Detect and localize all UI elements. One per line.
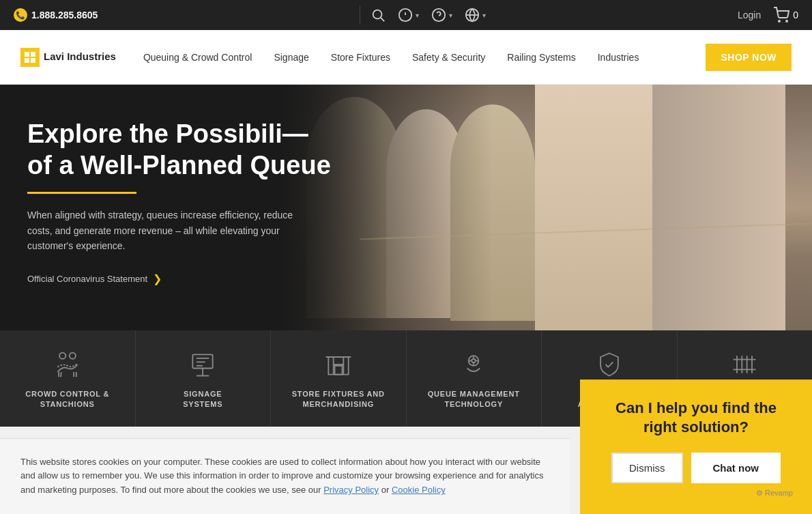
nav-links: Queuing & Crowd Control Signage Store Fi… [143,52,706,63]
category-tile-crowd-control[interactable]: CROWD CONTROL &STANCHIONS [0,330,136,427]
shop-now-button[interactable]: SHOP NOW [706,44,792,71]
login-link[interactable]: Login [738,10,761,20]
category-tile-store-fixtures[interactable]: STORE FIXTURES ANDMERCHANDISING [271,330,407,427]
hero-underline [27,192,136,194]
hero-title: Explore the Possibili— of a Well-Planned… [27,119,368,181]
top-bar: 📞 1.888.285.8605 ▾ ▾ ▾ [0,0,812,30]
nav-bar: Lavi Industries Queuing & Crowd Control … [0,30,812,85]
info-icon-btn[interactable]: ▾ [398,8,419,23]
cart-count: 0 [793,10,798,20]
hero-coronavirus-link[interactable]: Official Coronavirus Statement ❯ [27,272,368,285]
svg-line-1 [381,18,384,21]
logo[interactable]: Lavi Industries [20,48,116,67]
svg-point-0 [373,10,382,19]
hero-subtitle: When aligned with strategy, queues incre… [27,208,300,253]
top-bar-right: Login 0 [738,7,798,23]
dismiss-button[interactable]: Dismiss [611,453,683,483]
help-chevron: ▾ [449,12,452,19]
svg-rect-14 [31,58,35,63]
nav-link-signage[interactable]: Signage [274,52,308,63]
info-chevron: ▾ [416,12,419,19]
svg-rect-11 [25,52,29,57]
hero-link-arrow: ❯ [153,272,162,285]
cart-button[interactable]: 0 [773,7,798,23]
phone-number[interactable]: 1.888.285.8605 [31,10,98,20]
svg-point-15 [59,353,66,359]
nav-link-safety[interactable]: Safety & Security [412,52,485,63]
divider [360,5,360,25]
hero-content: Explore the Possibili— of a Well-Planned… [27,119,368,285]
category-label-queue-management: QUEUE MANAGEMENTTECHNOLOGY [428,389,520,410]
language-icon-btn[interactable]: ▾ [465,8,486,23]
svg-point-10 [786,20,787,22]
svg-rect-13 [25,58,29,63]
chat-widget: Can I help you find the right solution? … [580,380,812,514]
svg-point-9 [779,20,780,22]
nav-link-railing[interactable]: Railing Systems [507,52,575,63]
svg-rect-12 [31,52,35,57]
category-tile-signage[interactable]: SIGNAGESYSTEMS [136,330,272,427]
category-label-signage: SIGNAGESYSTEMS [183,389,222,410]
search-icon-btn[interactable] [371,8,386,23]
nav-link-queuing[interactable]: Queuing & Crowd Control [143,52,252,63]
nav-link-store-fixtures[interactable]: Store Fixtures [331,52,390,63]
category-tile-queue-management[interactable]: QUEUE MANAGEMENTTECHNOLOGY [407,330,542,427]
hero-section: Explore the Possibili— of a Well-Planned… [0,85,812,330]
svg-rect-23 [334,366,342,375]
top-bar-left: 📞 1.888.285.8605 [14,8,98,22]
cookie-banner: This website stores cookies on your comp… [0,438,570,514]
top-bar-icons: ▾ ▾ ▾ [371,8,486,23]
category-label-store-fixtures: STORE FIXTURES ANDMERCHANDISING [292,389,385,410]
cookie-policy-link[interactable]: Cookie Policy [392,485,446,495]
svg-point-16 [70,353,76,359]
lang-chevron: ▾ [482,12,486,19]
chat-now-button[interactable]: Chat now [691,453,781,483]
cookie-text: This website stores cookies on your comp… [20,455,549,498]
help-icon-btn[interactable]: ▾ [431,8,452,23]
phone-icon: 📞 [14,8,27,22]
category-label-crowd-control: CROWD CONTROL &STANCHIONS [25,389,109,410]
nav-link-industries[interactable]: Industries [598,52,639,63]
logo-icon [20,48,40,67]
revamp-badge: ⚙ Revamp [599,489,793,498]
chat-question: Can I help you find the right solution? [599,399,793,438]
chat-buttons: Dismiss Chat now [599,453,793,483]
svg-point-25 [472,359,476,363]
logo-brand: Lavi Industries [44,51,116,63]
privacy-policy-link[interactable]: Privacy Policy [323,485,379,495]
